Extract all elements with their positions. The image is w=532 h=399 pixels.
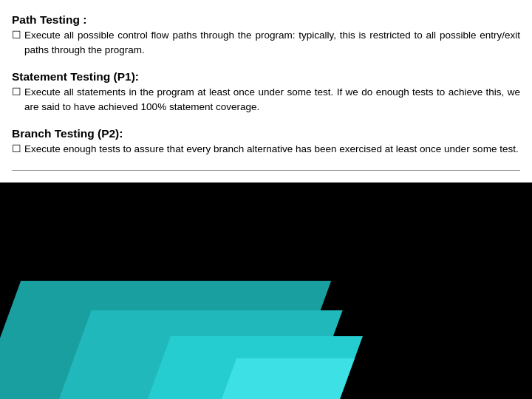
branch-testing-body: ☐ Execute enough tests to assure that ev… — [12, 142, 520, 157]
path-testing-body: ☐ Execute all possible control flow path… — [12, 28, 520, 57]
page-container: Path Testing : ☐ Execute all possible co… — [0, 0, 532, 399]
branch-testing-text: Execute enough tests to assure that ever… — [24, 142, 519, 157]
branch-testing-title: Branch Testing (P2): — [12, 127, 520, 140]
statement-testing-text: Execute all statements in the program at… — [24, 85, 520, 114]
statement-testing-bullet-line: ☐ Execute all statements in the program … — [12, 85, 520, 114]
path-testing-bullet-line: ☐ Execute all possible control flow path… — [12, 28, 520, 57]
section-statement-testing: Statement Testing (P1): ☐ Execute all st… — [12, 70, 520, 114]
statement-testing-title: Statement Testing (P1): — [12, 70, 520, 83]
section-path-testing: Path Testing : ☐ Execute all possible co… — [12, 13, 520, 57]
graphic-area — [0, 183, 532, 399]
path-testing-title: Path Testing : — [12, 13, 520, 27]
section-divider — [12, 170, 520, 171]
path-testing-bullet: ☐ — [12, 28, 21, 43]
statement-testing-body: ☐ Execute all statements in the program … — [12, 85, 520, 114]
content-area: Path Testing : ☐ Execute all possible co… — [0, 0, 532, 183]
statement-testing-bullet: ☐ — [12, 85, 21, 100]
teal-shape-highlight — [222, 358, 355, 399]
branch-testing-bullet-line: ☐ Execute enough tests to assure that ev… — [12, 142, 520, 157]
branch-testing-bullet: ☐ — [12, 142, 21, 157]
path-testing-text: Execute all possible control flow paths … — [24, 28, 520, 57]
section-branch-testing: Branch Testing (P2): ☐ Execute enough te… — [12, 127, 520, 157]
